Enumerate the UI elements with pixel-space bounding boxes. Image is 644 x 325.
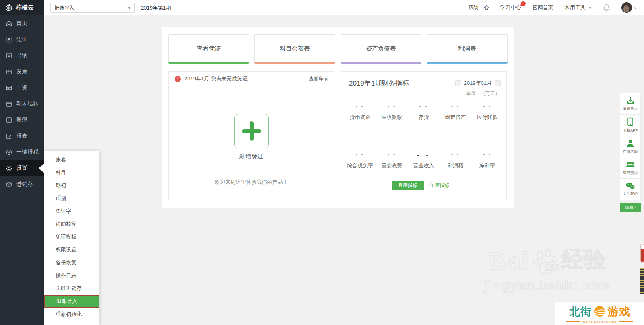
float-old-account-import[interactable]: 旧账导入 bbox=[620, 93, 641, 115]
sidebar-item-voucher[interactable]: 凭证 bbox=[0, 31, 44, 47]
topbar: 柠檬云 旧账导入 ▾ 2019年第1期 帮助中心 学习中心 官网首页 常用工具 … bbox=[0, 0, 644, 15]
tab-accent-bar bbox=[168, 62, 249, 64]
download-icon bbox=[626, 97, 635, 105]
paw-icon bbox=[531, 249, 561, 275]
metric-tax-burden: - - 综合税负率 bbox=[344, 151, 376, 169]
sidebar-item-tax[interactable]: 一键报税 bbox=[0, 144, 44, 160]
float-online-support[interactable]: 在线客服 bbox=[620, 136, 641, 157]
sidebar-item-period-end[interactable]: 期末结转 bbox=[0, 96, 44, 112]
hide-toolbar-button[interactable]: 隐藏 › bbox=[620, 203, 641, 212]
baidu-jingyan-watermark: Bai du 经验 jingyan.baidu.com bbox=[463, 245, 632, 293]
submenu-item-voucher-word[interactable]: 凭证字 bbox=[44, 205, 99, 218]
user-avatar bbox=[621, 2, 632, 13]
chevron-down-icon: ∨ bbox=[634, 6, 637, 10]
sidebar-item-settings[interactable]: 设置 bbox=[0, 160, 44, 176]
metric-profit: - - 利润额 bbox=[440, 151, 471, 169]
divider bbox=[566, 321, 580, 322]
float-follow-us[interactable]: 关注我们 bbox=[620, 178, 641, 200]
prev-month-button[interactable]: ‹ bbox=[455, 80, 461, 86]
period-end-icon bbox=[6, 101, 12, 107]
sidebar-item-home[interactable]: 首页 bbox=[0, 15, 44, 31]
tab-accent-bar bbox=[341, 62, 421, 64]
jingyan-url-watermark: jingyan.baidu.com bbox=[463, 278, 632, 293]
common-tools-menu[interactable]: 常用工具 ∨ bbox=[565, 4, 592, 11]
notification-bell-icon[interactable] bbox=[603, 4, 610, 12]
submenu-item-link-inventory[interactable]: 关联进销存 bbox=[44, 282, 99, 295]
chevron-down-icon: ∨ bbox=[588, 6, 591, 10]
add-voucher-label: 新增凭证 bbox=[169, 153, 334, 160]
divider bbox=[619, 321, 633, 322]
lemon-logo-icon bbox=[5, 4, 13, 12]
tab-balance-sheet[interactable]: 资产负债表 bbox=[341, 34, 421, 64]
chevron-down-icon: ▾ bbox=[128, 6, 130, 10]
submenu-item-old-account-import[interactable]: 旧账导入 bbox=[44, 295, 99, 308]
tab-subject-balance[interactable]: 科目余额表 bbox=[254, 34, 335, 64]
metric-cash: - - 货币资金 bbox=[344, 103, 376, 121]
submenu-item-opening-balance[interactable]: 期初 bbox=[44, 179, 99, 192]
official-site-link[interactable]: 官网首页 bbox=[533, 4, 553, 11]
plus-icon bbox=[250, 121, 254, 141]
next-month-button[interactable]: › bbox=[495, 80, 501, 86]
metric-fixed-assets: - - 固定资产 bbox=[440, 103, 471, 121]
submenu-item-permissions[interactable]: 权限设置 bbox=[44, 243, 99, 256]
view-details-link[interactable]: 查看详情 bbox=[309, 76, 328, 82]
support-person-icon bbox=[626, 139, 635, 148]
current-month-label: 2019年01月 bbox=[464, 80, 492, 87]
finance-card-title: 2019年1期财务指标 bbox=[349, 79, 409, 88]
tab-income-statement[interactable]: 利润表 bbox=[427, 34, 508, 64]
salary-icon bbox=[6, 84, 12, 91]
sidebar-item-inventory[interactable]: 进销存 bbox=[0, 176, 44, 192]
submenu-item-backup-restore[interactable]: 备份恢复 bbox=[44, 256, 99, 269]
submenu-item-reinitialize[interactable]: 重新初始化 bbox=[44, 308, 99, 321]
account-set-dropdown[interactable]: 旧账导入 ▾ bbox=[50, 3, 135, 13]
invoice-icon bbox=[6, 68, 12, 75]
sun-wheat-icon bbox=[592, 305, 608, 319]
voucher-card: ! 2019年1月 您有未完成凭证 查看详情 新增凭证 欢迎来到这里体验我们的产… bbox=[168, 71, 334, 200]
main-content-panel: 查看凭证 科目余额表 资产负债表 利润表 ! 2019年1月 您有未完成凭证 查… bbox=[162, 27, 514, 208]
float-download-app[interactable]: 下载APP bbox=[620, 114, 641, 136]
hot-badge-icon bbox=[520, 1, 526, 6]
logo-text: 柠檬云 bbox=[16, 4, 34, 12]
floating-toolbar: 旧账导入 下载APP 在线客服 加群交流 关注我们 隐藏 › bbox=[620, 93, 641, 212]
main-sidebar: 首页 凭证 出纳 发票 工资 期末结转 账簿 报表 bbox=[0, 15, 44, 325]
metrics-row-2: - - 综合税负率 - - 应交税费 - - 营业收入 - - 利润额 - - bbox=[344, 151, 503, 169]
submenu-item-currency[interactable]: 币别 bbox=[44, 192, 99, 205]
yearly-indicator-button[interactable]: 年度指标 bbox=[424, 181, 456, 190]
sidebar-item-report[interactable]: 报表 bbox=[0, 128, 44, 144]
gear-icon bbox=[6, 165, 12, 172]
float-group-chat[interactable]: 加群交流 bbox=[620, 157, 641, 179]
submenu-item-operation-log[interactable]: 操作日志 bbox=[44, 269, 99, 282]
submenu-item-account-set[interactable]: 账套 bbox=[44, 153, 99, 166]
quick-tabs: 查看凭证 科目余额表 资产负债表 利润表 bbox=[168, 34, 508, 64]
sidebar-item-salary[interactable]: 工资 bbox=[0, 80, 44, 96]
monthly-indicator-button[interactable]: 月度指标 bbox=[392, 181, 424, 190]
submenu-item-aux-accounting[interactable]: 辅助核算 bbox=[44, 218, 99, 230]
voucher-card-header: ! 2019年1月 您有未完成凭证 查看详情 bbox=[169, 72, 334, 86]
cashier-icon bbox=[6, 52, 12, 59]
app-logo: 柠檬云 bbox=[0, 0, 44, 15]
report-icon bbox=[6, 133, 12, 140]
add-voucher-button[interactable] bbox=[234, 114, 269, 148]
inventory-icon bbox=[6, 181, 12, 188]
metric-net-margin: - - 净利率 bbox=[471, 151, 503, 169]
submenu-item-voucher-template[interactable]: 凭证模板 bbox=[44, 230, 99, 243]
unit-label: 单位：（万元） bbox=[466, 90, 500, 97]
account-set-value: 旧账导入 bbox=[55, 4, 74, 11]
tab-view-vouchers[interactable]: 查看凭证 bbox=[168, 34, 249, 64]
scroll-gadget-stripes bbox=[640, 268, 644, 294]
learning-center-link[interactable]: 学习中心 bbox=[500, 4, 521, 11]
active-item-arrow bbox=[39, 163, 44, 173]
metric-tax-payable: - - 应交税费 bbox=[376, 151, 408, 169]
sidebar-item-ledger[interactable]: 账簿 bbox=[0, 112, 44, 128]
home-icon bbox=[6, 20, 12, 27]
sidebar-item-invoice[interactable]: 发票 bbox=[0, 64, 44, 80]
month-navigator: ‹ 2019年01月 › bbox=[455, 80, 501, 87]
metrics-row-1: - - 货币资金 - - 应收账款 - - 存货 - - 固定资产 - - bbox=[344, 103, 503, 121]
settings-submenu: 账套 科目 期初 币别 凭证字 辅助核算 凭证模板 权限设置 备份恢复 操作日志… bbox=[44, 151, 99, 325]
user-menu[interactable]: ∨ bbox=[621, 2, 637, 13]
sidebar-item-cashier[interactable]: 出纳 bbox=[0, 47, 44, 64]
submenu-item-subjects[interactable]: 科目 bbox=[44, 166, 99, 179]
scroll-gadget-thermometer bbox=[640, 244, 644, 263]
corner-site-logo: 北街 游戏 WWW.BJJHXS.NET bbox=[555, 302, 644, 325]
help-center-link[interactable]: 帮助中心 bbox=[468, 4, 489, 11]
